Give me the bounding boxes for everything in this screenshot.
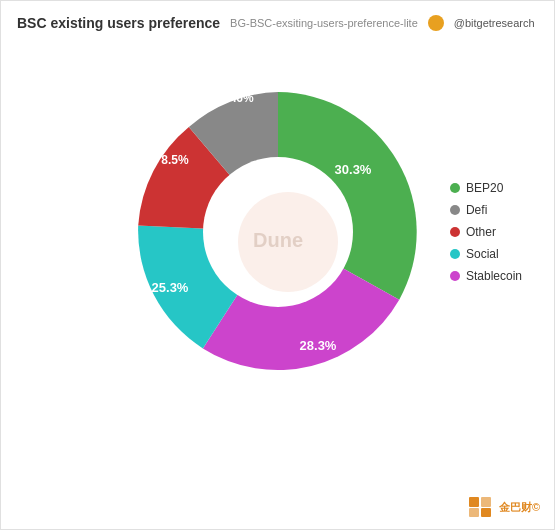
legend-item-bep20: BEP20 bbox=[450, 181, 522, 195]
legend-label-stablecoin: Stablecoin bbox=[466, 269, 522, 283]
legend-item-social: Social bbox=[450, 247, 522, 261]
label-stablecoin: 28.3% bbox=[299, 338, 336, 353]
label-other: 8.5% bbox=[161, 153, 189, 167]
legend-dot-bep20 bbox=[450, 183, 460, 193]
chart-title: BSC existing users preference bbox=[17, 15, 220, 31]
footer-logo-icon bbox=[467, 495, 495, 519]
header-badge: @bitgetresearch bbox=[454, 17, 535, 29]
dune-watermark: Dune bbox=[253, 229, 303, 251]
legend-item-stablecoin: Stablecoin bbox=[450, 269, 522, 283]
legend-label-other: Other bbox=[466, 225, 496, 239]
legend-dot-other bbox=[450, 227, 460, 237]
footer: 金巴财© bbox=[467, 495, 540, 519]
chart-header: BSC existing users preference BG-BSC-exs… bbox=[1, 1, 554, 37]
legend-dot-defi bbox=[450, 205, 460, 215]
svg-rect-3 bbox=[481, 508, 491, 517]
legend-item-other: Other bbox=[450, 225, 522, 239]
legend-label-bep20: BEP20 bbox=[466, 181, 503, 195]
label-defi: 7.6% bbox=[226, 91, 254, 105]
chart-legend: BEP20 Defi Other Social Stablecoin bbox=[450, 181, 522, 283]
label-bep20: 30.3% bbox=[334, 162, 371, 177]
legend-item-defi: Defi bbox=[450, 203, 522, 217]
chart-area: 30.3% 28.3% 25.3% 8.5% 7.6% Dune bbox=[1, 47, 554, 417]
label-social: 25.3% bbox=[151, 280, 188, 295]
donut-chart: 30.3% 28.3% 25.3% 8.5% 7.6% Dune bbox=[93, 47, 463, 417]
legend-label-social: Social bbox=[466, 247, 499, 261]
svg-rect-2 bbox=[469, 508, 479, 517]
footer-text: 金巴财© bbox=[499, 500, 540, 515]
main-container: BSC existing users preference BG-BSC-exs… bbox=[0, 0, 555, 530]
svg-rect-1 bbox=[481, 497, 491, 507]
legend-dot-stablecoin bbox=[450, 271, 460, 281]
legend-dot-social bbox=[450, 249, 460, 259]
chart-subtitle: BG-BSC-exsiting-users-preference-lite bbox=[230, 17, 418, 29]
svg-rect-0 bbox=[469, 497, 479, 507]
dune-icon bbox=[428, 15, 444, 31]
legend-label-defi: Defi bbox=[466, 203, 487, 217]
